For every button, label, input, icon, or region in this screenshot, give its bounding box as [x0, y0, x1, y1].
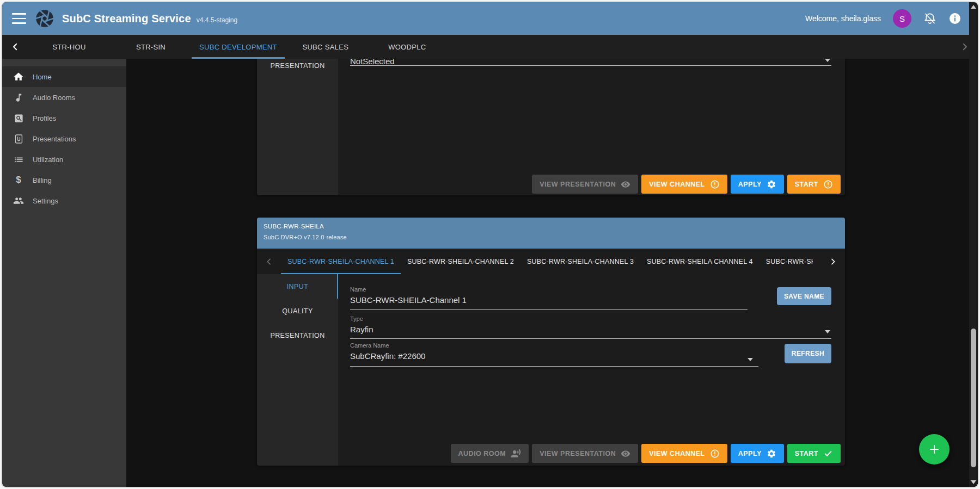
channel-tabs: SUBC-RWR-SHEILA-CHANNEL 1 SUBC-RWR-SHEIL… — [257, 249, 845, 274]
side-tab-presentation[interactable]: PRESENTATION — [257, 323, 338, 348]
camera-name-select-value: SubCRayfin: #22600 — [350, 351, 425, 361]
sidebar-item-presentations[interactable]: Presentations — [2, 128, 126, 149]
sidebar-item-audio-rooms[interactable]: Audio Rooms — [2, 87, 126, 108]
name-input[interactable]: SUBC-RWR-SHEILA-Channel 1 — [350, 293, 748, 310]
avatar[interactable]: S — [893, 9, 911, 28]
channel-card-top: PRESENTATION NotSelected VIEW PRESENTATI… — [257, 59, 845, 195]
dvr-card: SUBC-RWR-SHEILA SubC DVR+O v7.12.0-relea… — [257, 218, 845, 466]
save-name-button[interactable]: SAVE NAME — [777, 287, 831, 305]
sidebar-item-settings[interactable]: Settings — [2, 190, 126, 211]
home-icon — [13, 71, 24, 82]
presentation-select[interactable]: NotSelected — [350, 59, 831, 66]
channel-tab-2[interactable]: SUBC-RWR-SHEILA-CHANNEL 2 — [401, 249, 520, 274]
channel-tabs-chevron-left-icon[interactable] — [257, 249, 281, 274]
button-label: VIEW CHANNEL — [649, 450, 705, 457]
name-row: Name SUBC-RWR-SHEILA-Channel 1 SAVE NAME — [350, 274, 831, 310]
dropdown-arrow-icon — [825, 330, 830, 333]
scroll-down-arrow[interactable] — [971, 480, 976, 484]
card1-actions: VIEW PRESENTATION VIEW CHANNEL APPLY — [532, 175, 841, 194]
button-label: APPLY — [738, 450, 762, 457]
refresh-button[interactable]: REFRESH — [785, 344, 831, 363]
info-icon[interactable] — [948, 12, 961, 25]
sidebar-item-label: Billing — [33, 176, 52, 184]
channel-tabs-chevron-right-icon[interactable] — [821, 249, 845, 274]
start-button[interactable]: START — [787, 444, 841, 463]
sidebar-item-home[interactable]: Home — [2, 66, 126, 87]
start-button[interactable]: START — [787, 175, 841, 194]
tab-str-sin[interactable]: STR-SIN — [110, 35, 192, 59]
sidebar: Home Audio Rooms Profiles — [2, 59, 126, 488]
chevron-left-icon[interactable] — [2, 35, 28, 59]
view-channel-button[interactable]: VIEW CHANNEL — [641, 444, 727, 463]
sidebar-item-label: Home — [33, 73, 52, 81]
welcome-text: Welcome, sheila.glass — [805, 14, 881, 23]
vertical-scrollbar — [969, 2, 978, 487]
card1-form: NotSelected VIEW PRESENTATION VIEW CHANN… — [338, 59, 845, 195]
apply-button[interactable]: APPLY — [731, 444, 784, 463]
camera-field-group: Camera Name SubCRayfin: #22600 — [350, 342, 758, 367]
eye-icon — [621, 449, 630, 459]
app-version: v4.4.5-staging — [197, 16, 237, 24]
dvr-card-body: INPUT QUALITY PRESENTATION Name SUBC-RWR… — [257, 274, 845, 466]
button-label: APPLY — [738, 181, 762, 188]
add-fab-button[interactable] — [919, 434, 950, 465]
camera-row: Camera Name SubCRayfin: #22600 REFRESH — [350, 339, 831, 367]
channel-tab-4[interactable]: SUBC-RWR-SHEILA CHANNEL 4 — [640, 249, 759, 274]
side-tab-presentation[interactable]: PRESENTATION — [270, 62, 324, 70]
name-label: Name — [350, 286, 748, 293]
side-tab-quality[interactable]: QUALITY — [257, 299, 338, 323]
alert-circle-icon — [823, 179, 833, 189]
dvr-title: SUBC-RWR-SHEILA — [264, 223, 838, 230]
app-header: SubC Streaming Service v4.4.5-staging We… — [2, 2, 978, 35]
app-title: SubC Streaming Service — [62, 13, 191, 25]
view-presentation-button[interactable]: VIEW PRESENTATION — [532, 444, 638, 463]
button-label: VIEW CHANNEL — [649, 181, 705, 188]
channel-tab-3[interactable]: SUBC-RWR-SHEILA-CHANNEL 3 — [520, 249, 640, 274]
apply-button[interactable]: APPLY — [731, 175, 784, 194]
channel-tab-1[interactable]: SUBC-RWR-SHEILA-CHANNEL 1 — [281, 249, 401, 274]
menu-icon[interactable] — [12, 13, 26, 24]
sidebar-item-profiles[interactable]: Profiles — [2, 108, 126, 128]
sidebar-item-label: Settings — [33, 197, 58, 205]
name-field-group: Name SUBC-RWR-SHEILA-Channel 1 — [350, 286, 748, 310]
image-search-icon — [13, 113, 24, 123]
channel-tab-5[interactable]: SUBC-RWR-SHEILA-CHANNEL 5 — [759, 249, 813, 274]
button-label: VIEW PRESENTATION — [540, 181, 616, 188]
side-tab-input[interactable]: INPUT — [257, 274, 338, 299]
attachment-file-icon — [13, 134, 24, 144]
card2-actions: AUDIO ROOM VIEW PRESENTATION VIEW CHANNE… — [451, 444, 841, 463]
sidebar-item-billing[interactable]: $ Billing — [2, 170, 126, 190]
tab-woodplc[interactable]: WOODPLC — [366, 35, 448, 59]
camera-name-select[interactable]: SubCRayfin: #22600 — [350, 349, 758, 367]
tab-subc-development[interactable]: SUBC DEVELOPMENT — [192, 35, 285, 59]
type-select[interactable]: Rayfin — [350, 322, 831, 339]
app-title-group: SubC Streaming Service v4.4.5-staging — [62, 13, 237, 25]
view-channel-button[interactable]: VIEW CHANNEL — [641, 175, 727, 194]
dollar-icon: $ — [13, 175, 24, 185]
audio-room-button[interactable]: AUDIO ROOM — [451, 444, 529, 463]
scroll-up-arrow[interactable] — [971, 5, 976, 9]
gear-icon — [767, 449, 776, 459]
alert-circle-icon — [710, 449, 720, 459]
camera-name-label: Camera Name — [350, 342, 758, 349]
dvr-side-tabs: INPUT QUALITY PRESENTATION — [257, 274, 338, 466]
eye-icon — [621, 179, 630, 189]
people-icon — [13, 195, 24, 206]
dvr-card-header: SUBC-RWR-SHEILA SubC DVR+O v7.12.0-relea… — [257, 218, 845, 249]
input-form: Name SUBC-RWR-SHEILA-Channel 1 SAVE NAME… — [338, 274, 845, 466]
page-body: Home Audio Rooms Profiles — [2, 59, 978, 488]
view-presentation-button[interactable]: VIEW PRESENTATION — [532, 175, 638, 194]
alert-circle-icon — [710, 179, 720, 189]
tab-subc-sales[interactable]: SUBC SALES — [285, 35, 366, 59]
voice-over-icon — [511, 448, 521, 459]
header-right: Welcome, sheila.glass S — [805, 9, 961, 28]
dvr-subtitle: SubC DVR+O v7.12.0-release — [264, 234, 838, 240]
music-note-icon — [13, 92, 24, 103]
scrollbar-thumb[interactable] — [971, 329, 976, 467]
sidebar-item-utilization[interactable]: Utilization — [2, 149, 126, 170]
check-icon — [823, 449, 833, 459]
tab-str-hou[interactable]: STR-HOU — [28, 35, 110, 59]
aperture-logo-icon — [35, 9, 54, 28]
notifications-off-icon[interactable] — [923, 12, 936, 25]
type-field-group: Type Rayfin — [350, 315, 831, 339]
